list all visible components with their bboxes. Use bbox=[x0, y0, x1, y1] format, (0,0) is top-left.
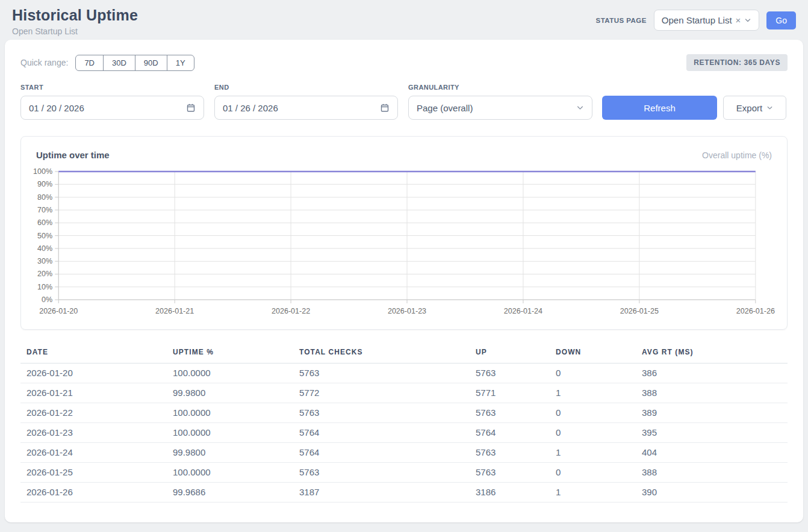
calendar-icon[interactable] bbox=[186, 103, 196, 113]
table-cell: 5763 bbox=[470, 443, 550, 463]
chart-svg: 0%10%20%30%40%50%60%70%80%90%100%2026-01… bbox=[31, 166, 777, 321]
quick-range-30d-button[interactable]: 30D bbox=[103, 55, 135, 71]
export-button[interactable]: Export bbox=[723, 96, 786, 120]
table-cell: 404 bbox=[636, 443, 788, 463]
table-cell: 100.0000 bbox=[167, 423, 293, 443]
table-row: 2026-01-2499.9800576457631404 bbox=[20, 443, 788, 463]
table-cell: 388 bbox=[636, 463, 788, 483]
table-cell: 0 bbox=[550, 403, 636, 423]
end-date-field: END 01 / 26 / 2026 bbox=[214, 84, 398, 120]
svg-text:2026-01-20: 2026-01-20 bbox=[39, 307, 78, 315]
table-row: 2026-01-2699.9686318731861390 bbox=[20, 483, 788, 503]
end-date-input[interactable]: 01 / 26 / 2026 bbox=[214, 96, 398, 120]
retention-badge: RETENTION: 365 DAYS bbox=[686, 54, 788, 71]
quick-range-label: Quick range: bbox=[20, 58, 68, 67]
table-cell: 5763 bbox=[470, 403, 550, 423]
end-date-value: 01 / 26 / 2026 bbox=[223, 103, 278, 113]
table-cell: 3187 bbox=[293, 483, 470, 503]
chevron-down-icon bbox=[744, 17, 751, 24]
page-title: Historical Uptime bbox=[12, 7, 138, 24]
table-cell: 5763 bbox=[470, 463, 550, 483]
table-cell: 389 bbox=[636, 403, 788, 423]
refresh-button[interactable]: Refresh bbox=[602, 96, 717, 120]
start-date-input[interactable]: 01 / 20 / 2026 bbox=[20, 96, 204, 120]
table-row: 2026-01-23100.0000576457640395 bbox=[20, 423, 788, 443]
column-header: AVG RT (MS) bbox=[636, 343, 788, 363]
column-header: DATE bbox=[20, 343, 167, 363]
svg-text:2026-01-23: 2026-01-23 bbox=[388, 307, 426, 315]
table-row: 2026-01-2199.9800577257711388 bbox=[20, 383, 788, 403]
clear-selection-icon[interactable]: × bbox=[736, 16, 741, 25]
table-cell: 100.0000 bbox=[167, 363, 293, 383]
table-cell: 390 bbox=[636, 483, 788, 503]
svg-text:2026-01-24: 2026-01-24 bbox=[504, 307, 542, 315]
quick-range-90d-button[interactable]: 90D bbox=[135, 55, 167, 71]
status-page-controls: STATUS PAGE Open Startup List × Go bbox=[596, 10, 796, 31]
status-page-select[interactable]: Open Startup List × bbox=[654, 10, 760, 31]
table-cell: 1 bbox=[550, 443, 636, 463]
quick-range-group: 7D30D90D1Y bbox=[75, 55, 194, 71]
table-cell: 2026-01-26 bbox=[20, 483, 167, 503]
table-cell: 5763 bbox=[293, 463, 470, 483]
table-cell: 99.9800 bbox=[167, 383, 293, 403]
svg-text:40%: 40% bbox=[37, 244, 52, 253]
table-cell: 5763 bbox=[470, 363, 550, 383]
table-cell: 1 bbox=[550, 483, 636, 503]
chevron-down-icon bbox=[576, 104, 584, 112]
end-date-label: END bbox=[214, 84, 398, 91]
table-cell: 5763 bbox=[293, 403, 470, 423]
table-row: 2026-01-25100.0000576357630388 bbox=[20, 463, 788, 483]
title-block: Historical Uptime Open Startup List bbox=[12, 7, 138, 36]
table-cell: 5772 bbox=[293, 383, 470, 403]
quick-range-7d-button[interactable]: 7D bbox=[75, 55, 104, 71]
table-cell: 0 bbox=[550, 423, 636, 443]
quick-range-1y-button[interactable]: 1Y bbox=[167, 55, 194, 71]
granularity-select[interactable]: Page (overall) bbox=[408, 96, 592, 120]
granularity-field: GRANULARITY Page (overall) bbox=[408, 84, 592, 120]
table-cell: 2026-01-21 bbox=[20, 383, 167, 403]
svg-text:2026-01-22: 2026-01-22 bbox=[272, 307, 310, 315]
chart-header: Uptime over time Overall uptime (%) bbox=[31, 150, 777, 166]
table-cell: 1 bbox=[550, 383, 636, 403]
granularity-label: GRANULARITY bbox=[408, 84, 592, 91]
table-cell: 5763 bbox=[293, 363, 470, 383]
svg-text:30%: 30% bbox=[37, 257, 52, 265]
svg-text:50%: 50% bbox=[37, 232, 52, 240]
export-button-label: Export bbox=[736, 103, 762, 113]
start-date-label: START bbox=[20, 84, 204, 91]
calendar-icon[interactable] bbox=[380, 103, 390, 113]
svg-text:20%: 20% bbox=[37, 270, 52, 278]
table-cell: 2026-01-22 bbox=[20, 403, 167, 423]
table-cell: 100.0000 bbox=[167, 463, 293, 483]
table-cell: 395 bbox=[636, 423, 788, 443]
table-row: 2026-01-20100.0000576357630386 bbox=[20, 363, 788, 383]
table-cell: 2026-01-24 bbox=[20, 443, 167, 463]
svg-text:2026-01-21: 2026-01-21 bbox=[155, 307, 194, 315]
page-header: Historical Uptime Open Startup List STAT… bbox=[0, 0, 808, 40]
filter-fields-row: START 01 / 20 / 2026 END 01 / 26 / 2026 … bbox=[20, 84, 788, 120]
status-page-label: STATUS PAGE bbox=[596, 17, 647, 24]
uptime-chart-card: Uptime over time Overall uptime (%) 0%10… bbox=[20, 136, 788, 330]
table-cell: 2026-01-20 bbox=[20, 363, 167, 383]
chevron-down-icon bbox=[766, 105, 773, 111]
table-cell: 5771 bbox=[470, 383, 550, 403]
svg-text:70%: 70% bbox=[37, 206, 52, 214]
table-cell: 5764 bbox=[470, 423, 550, 443]
svg-text:60%: 60% bbox=[37, 218, 52, 227]
svg-text:10%: 10% bbox=[37, 283, 52, 291]
table-cell: 5764 bbox=[293, 423, 470, 443]
table-cell: 386 bbox=[636, 363, 788, 383]
chart-title: Uptime over time bbox=[36, 150, 110, 160]
table-cell: 100.0000 bbox=[167, 403, 293, 423]
table-cell: 388 bbox=[636, 383, 788, 403]
svg-text:90%: 90% bbox=[37, 180, 52, 188]
svg-text:2026-01-26: 2026-01-26 bbox=[736, 307, 775, 315]
table-header-row: DATEUPTIME %TOTAL CHECKSUPDOWNAVG RT (MS… bbox=[20, 343, 788, 363]
uptime-line-chart: 0%10%20%30%40%50%60%70%80%90%100%2026-01… bbox=[31, 166, 777, 321]
table-cell: 99.9800 bbox=[167, 443, 293, 463]
uptime-table: DATEUPTIME %TOTAL CHECKSUPDOWNAVG RT (MS… bbox=[20, 343, 788, 503]
go-button[interactable]: Go bbox=[766, 11, 796, 29]
table-cell: 0 bbox=[550, 463, 636, 483]
column-header: DOWN bbox=[550, 343, 636, 363]
table-cell: 99.9686 bbox=[167, 483, 293, 503]
